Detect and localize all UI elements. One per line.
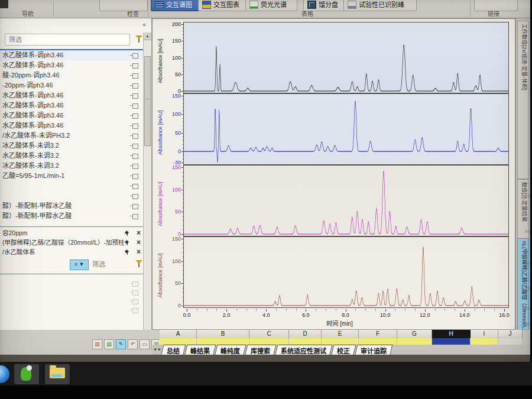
- export-icon[interactable]: ▤: [104, 339, 114, 349]
- send-to-window-icon[interactable]: [132, 174, 138, 179]
- send-to-window-icon[interactable]: [132, 184, 138, 189]
- sheet-cell-C[interactable]: [249, 338, 289, 345]
- column-header-I[interactable]: I: [471, 330, 498, 339]
- send-to-window-icon[interactable]: [132, 134, 138, 139]
- injection-list-item[interactable]: 水乙酸体系-调ph3.46: [0, 50, 143, 60]
- injection-list-item[interactable]: 水乙酸体系-调ph3.46: [0, 60, 143, 70]
- plot-area-3[interactable]: 150100500: [183, 165, 509, 236]
- close-icon[interactable]: ×: [137, 247, 141, 257]
- chart-tool-icon[interactable]: ✎: [116, 339, 126, 349]
- injection-list-item[interactable]: 醇）-新配制-甲醇冰乙酸: [0, 201, 143, 211]
- sheet-cell-F[interactable]: [359, 338, 397, 345]
- x-axis-title: 时间 [min]: [326, 319, 352, 327]
- dock-tab-1[interactable]: 工作数值[2x/组进-定量-体积]: [517, 21, 529, 179]
- pinned-item[interactable]: /水乙酸体系×: [0, 247, 143, 257]
- sheet-cell-B[interactable]: [197, 338, 249, 345]
- filter-funnel-icon[interactable]: [135, 35, 143, 43]
- column-header-J[interactable]: J: [498, 330, 523, 339]
- column-header-A[interactable]: A: [160, 330, 197, 339]
- column-header-B[interactable]: B: [197, 330, 249, 339]
- tab-scroll-prev[interactable]: ◂: [153, 345, 157, 352]
- close-icon[interactable]: ×: [137, 228, 141, 238]
- sheet-cell-H[interactable]: [432, 338, 471, 345]
- scrollbar-thumb[interactable]: ≡: [144, 56, 151, 146]
- injection-list-item[interactable]: 水乙酸体系-调ph3.46: [0, 90, 143, 100]
- column-header-F[interactable]: F: [359, 330, 397, 339]
- send-to-window-icon[interactable]: [132, 103, 138, 109]
- send-to-window-icon[interactable]: [132, 290, 138, 296]
- injection-list-item[interactable]: 水乙酸体系-调ph3.46: [0, 111, 143, 121]
- injection-list-item[interactable]: 水乙酸体系-未调3.2: [0, 151, 143, 161]
- pinned-item[interactable]: (甲醇稀释)乙腈/乙酸铵（20mmol/L）-加预柱×: [0, 238, 143, 247]
- filter2-funnel-icon[interactable]: [135, 259, 143, 268]
- send-to-window-icon[interactable]: [132, 281, 138, 287]
- sheet-cell-D[interactable]: [289, 338, 322, 345]
- injection-list-item[interactable]: 酸-20ppm-调ph3.46: [0, 70, 143, 80]
- sidebar-scrollbar[interactable]: ▲ ≡: [143, 33, 151, 330]
- send-to-window-icon[interactable]: [132, 83, 138, 89]
- sheet-cell-E[interactable]: [322, 338, 359, 345]
- pushpin-icon[interactable]: [125, 231, 130, 236]
- column-header-C[interactable]: C: [249, 330, 289, 339]
- pushpin-icon[interactable]: [125, 240, 130, 245]
- injection-list-item[interactable]: 乙酸=5/95-1mL/min-1: [0, 171, 143, 181]
- plot-area-4[interactable]: 150100500: [183, 236, 509, 308]
- injection-list-item[interactable]: 醇）-新配制-甲醇水乙酸: [0, 211, 143, 221]
- sheet-cell-G[interactable]: [397, 338, 432, 345]
- collapse-sidebar-button[interactable]: «: [140, 21, 149, 29]
- column-header-E[interactable]: E: [322, 330, 359, 339]
- send-to-window-icon[interactable]: [132, 124, 138, 129]
- empty-list-row[interactable]: [0, 305, 143, 314]
- empty-list-row[interactable]: [0, 296, 143, 305]
- filter-input[interactable]: 筛选: [5, 34, 130, 46]
- send-to-window-icon[interactable]: [132, 204, 138, 209]
- send-to-window-icon[interactable]: [132, 308, 138, 313]
- column-header-D[interactable]: D: [289, 330, 322, 339]
- clipboard-icon[interactable]: ▨: [92, 339, 102, 349]
- browser-icon[interactable]: [0, 365, 9, 383]
- injection-list-item[interactable]: 冰乙酸体系-未调3.2: [0, 161, 143, 171]
- y-tick-label: 150: [172, 236, 181, 242]
- plot-area-2[interactable]: 150100500-30: [183, 93, 509, 165]
- injection-list-item[interactable]: 水乙酸体系-调ph3.46: [0, 100, 143, 111]
- send-to-window-icon[interactable]: [132, 154, 138, 159]
- injection-list-item[interactable]: 水乙酸体系-调ph3.46: [0, 121, 143, 131]
- send-to-window-icon[interactable]: [132, 93, 138, 99]
- injection-list-item[interactable]: /水乙酸体系-未调PH3.2: [0, 131, 143, 141]
- cell-icon[interactable]: ▭: [140, 339, 150, 349]
- filter2-input[interactable]: 筛选: [92, 259, 105, 269]
- injection-list-item[interactable]: -20ppm-调ph3.46: [0, 80, 143, 90]
- y-tick-label: 150: [172, 164, 181, 170]
- scroll-up-arrow[interactable]: ▲: [144, 33, 151, 40]
- filter-mode-dropdown[interactable]: ≡ ▼: [70, 259, 89, 270]
- send-to-window-icon[interactable]: [132, 144, 138, 149]
- injection-list-item[interactable]: [0, 191, 143, 201]
- folder-icon[interactable]: [45, 364, 70, 384]
- ribbon-button-2[interactable]: 交互图表: [198, 0, 250, 11]
- column-header-G[interactable]: G: [397, 330, 432, 339]
- empty-list-row[interactable]: [0, 287, 143, 296]
- ribbon-button-1[interactable]: 交互谱图: [151, 0, 203, 11]
- sheet-cell-J[interactable]: [498, 338, 523, 345]
- plot-area-1[interactable]: 200150100500: [183, 22, 509, 93]
- send-to-window-icon[interactable]: [132, 113, 138, 119]
- injection-list-item[interactable]: [0, 181, 143, 191]
- empty-list-row[interactable]: [0, 278, 143, 287]
- sheet-cell-A[interactable]: [160, 338, 197, 345]
- pinned-item[interactable]: 容20ppm×: [0, 228, 143, 238]
- send-to-window-icon[interactable]: [132, 194, 138, 199]
- send-to-window-icon[interactable]: [132, 299, 138, 304]
- send-to-window-icon[interactable]: [132, 63, 138, 69]
- sheet-cell-I[interactable]: [471, 338, 498, 345]
- send-to-window-icon[interactable]: [132, 73, 138, 79]
- green-app-icon[interactable]: [14, 364, 39, 384]
- column-header-H[interactable]: H: [432, 330, 471, 339]
- injection-list-item[interactable]: 冰乙酸体系-未调3.2: [0, 141, 143, 151]
- close-icon[interactable]: ×: [137, 238, 141, 247]
- undo-icon[interactable]: ↶: [128, 339, 138, 349]
- send-to-window-icon[interactable]: [132, 214, 138, 219]
- send-to-window-icon[interactable]: [132, 164, 138, 169]
- pushpin-icon[interactable]: [125, 249, 130, 255]
- send-to-window-icon[interactable]: [132, 53, 138, 59]
- ribbon-button-5[interactable]: 试验性已识别峰: [343, 0, 417, 11]
